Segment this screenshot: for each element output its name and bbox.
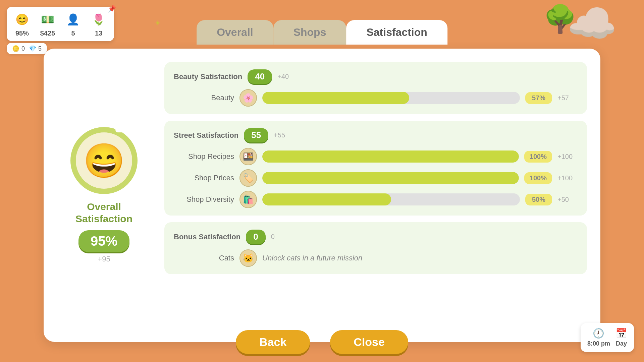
prices-progress-fill (262, 172, 519, 184)
diversity-progress-fill (262, 193, 391, 205)
sub-resource-bar: 🪙 0 💎 5 (7, 43, 47, 54)
diversity-progress-bg (262, 193, 520, 205)
beauty-card: Beauty Satisfaction 40 +40 Beauty 🌸 57% … (164, 62, 587, 114)
bonus-card: Bonus Satisfaction 0 0 Cats 🐱 Unlock cat… (164, 222, 587, 274)
time-display: 🕗 8:00 pm 📅 Day (581, 323, 634, 352)
money-icon: 💵 (39, 11, 56, 28)
close-button[interactable]: Close (330, 330, 408, 354)
tab-satisfaction[interactable]: Satisfaction (346, 20, 447, 45)
back-button[interactable]: Back (236, 330, 310, 354)
coin-icon: 🪙 (12, 45, 19, 52)
prices-row: Shop Prices 🏷️ 100% +100 (174, 169, 578, 187)
cats-icon: 🐱 (239, 249, 257, 267)
smiley-ring: 😄 (70, 127, 138, 194)
recipes-icon: 🍱 (239, 148, 257, 165)
smiley-container: 😄 (70, 127, 138, 194)
day-value: Day (616, 340, 627, 347)
street-card-title: Street Satisfaction (174, 131, 238, 140)
satisfaction-value: 95% (15, 29, 29, 37)
overall-plus: +95 (98, 255, 110, 263)
money-value: $425 (40, 29, 55, 37)
prices-label: Shop Prices (174, 174, 234, 182)
beauty-icon: 🌸 (239, 89, 257, 107)
gem-icon: 💎 (29, 45, 36, 52)
resource-bar: 📌 😊 95% 💵 $425 👤 5 🌷 13 (7, 7, 114, 41)
beauty-pct: 57% (525, 92, 552, 104)
prices-icon: 🏷️ (239, 169, 257, 187)
street-card-plus: +55 (274, 131, 285, 139)
money-resource: 💵 $425 (39, 11, 56, 37)
day-item: 📅 Day (615, 328, 627, 347)
bonus-card-plus: 0 (271, 233, 275, 241)
tree-decoration: 🌳 (543, 3, 577, 35)
overall-title: Overall Satisfaction (57, 201, 151, 225)
cats-message: Unlock cats in a future mission (262, 254, 362, 262)
diversity-label: Shop Diversity (174, 195, 234, 204)
bottom-buttons: Back Close (236, 330, 408, 354)
time-value: 8:00 pm (587, 340, 610, 347)
calendar-icon: 📅 (615, 328, 627, 339)
cats-label: Cats (174, 254, 234, 262)
cats-row: Cats 🐱 Unlock cats in a future mission (174, 249, 578, 267)
main-panel: 😄 Overall Satisfaction 95% +95 Beauty Sa… (44, 49, 600, 342)
satisfaction-resource: 😊 95% (13, 11, 31, 37)
time-item: 🕗 8:00 pm (587, 328, 610, 347)
bonus-card-score: 0 (246, 230, 265, 244)
satisfaction-icon: 😊 (13, 11, 31, 28)
beauty-progress-bg (262, 92, 520, 104)
cards-section: Beauty Satisfaction 40 +40 Beauty 🌸 57% … (164, 62, 587, 328)
sub-item-2: 💎 5 (29, 45, 42, 52)
overall-section: 😄 Overall Satisfaction 95% +95 (57, 62, 151, 328)
beauty-progress-fill (262, 92, 409, 104)
diversity-icon: 🛍️ (239, 191, 257, 208)
prices-bonus: +100 (557, 174, 578, 182)
sub-item-1: 🪙 0 (12, 45, 25, 52)
flowers-resource: 🌷 13 (90, 11, 107, 37)
street-card: Street Satisfaction 55 +55 Shop Recipes … (164, 121, 587, 216)
clock-icon: 🕗 (593, 328, 604, 339)
beauty-bonus: +57 (557, 94, 578, 102)
street-card-score: 55 (244, 128, 268, 142)
star-decoration: ✦ (154, 18, 161, 28)
beauty-card-plus: +40 (277, 73, 289, 80)
tab-overall[interactable]: Overall (197, 20, 273, 45)
beauty-row: Beauty 🌸 57% +57 (174, 89, 578, 107)
flowers-value: 13 (95, 29, 102, 37)
bonus-card-header: Bonus Satisfaction 0 0 (174, 230, 578, 244)
recipes-row: Shop Recipes 🍱 100% +100 (174, 148, 578, 165)
beauty-card-score: 40 (248, 69, 272, 84)
beauty-card-header: Beauty Satisfaction 40 +40 (174, 69, 578, 84)
beauty-label: Beauty (174, 94, 234, 102)
flowers-icon: 🌷 (90, 11, 107, 28)
recipes-progress-fill (262, 150, 519, 163)
smiley-face: 😄 (83, 144, 125, 177)
overall-percentage: 95% (78, 230, 129, 252)
tab-bar: Overall Shops Satisfaction (197, 20, 447, 45)
bonus-card-title: Bonus Satisfaction (174, 233, 240, 241)
recipes-label: Shop Recipes (174, 152, 234, 161)
recipes-progress-bg (262, 150, 519, 163)
street-card-header: Street Satisfaction 55 +55 (174, 128, 578, 142)
people-icon: 👤 (64, 11, 82, 28)
pin-icon: 📌 (108, 5, 116, 13)
beauty-card-title: Beauty Satisfaction (174, 72, 242, 81)
diversity-bonus: +50 (557, 196, 578, 203)
prices-pct: 100% (524, 172, 552, 184)
people-resource: 👤 5 (64, 11, 82, 37)
recipes-pct: 100% (524, 151, 552, 163)
prices-progress-bg (262, 172, 519, 184)
tab-shops[interactable]: Shops (273, 20, 346, 45)
people-value: 5 (71, 29, 75, 37)
diversity-pct: 50% (525, 194, 552, 205)
diversity-row: Shop Diversity 🛍️ 50% +50 (174, 191, 578, 208)
recipes-bonus: +100 (557, 153, 578, 161)
